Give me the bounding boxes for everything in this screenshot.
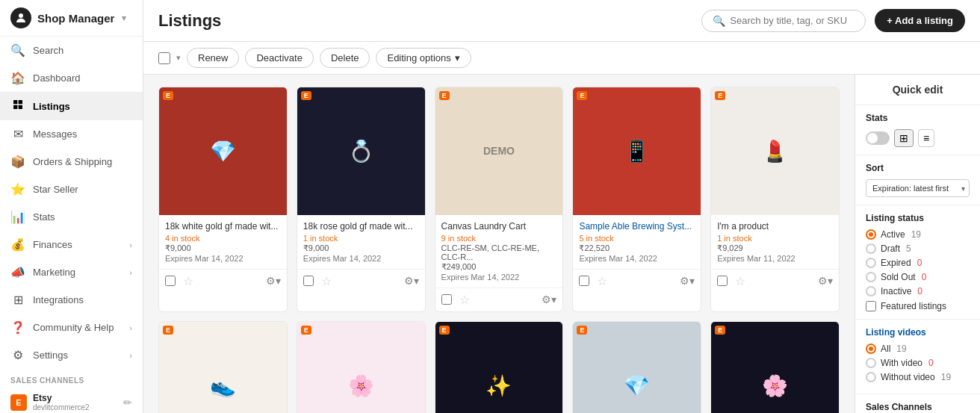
- etsy-text: Etsy devlitcommerce2: [33, 393, 117, 412]
- active-radio: [866, 229, 876, 240]
- listing-favorite-icon[interactable]: ☆: [597, 274, 607, 288]
- list-view-button[interactable]: ≡: [918, 129, 934, 147]
- listing-checkbox[interactable]: [303, 276, 314, 286]
- listing-expiry: Expires Mar 14, 2022: [165, 254, 281, 263]
- listing-badge: E: [301, 326, 311, 335]
- sort-select[interactable]: Expiration: latest first Expiration: old…: [866, 179, 970, 197]
- status-sold-out[interactable]: Sold Out 0: [866, 272, 970, 282]
- listing-card[interactable]: E 📱 Sample Able Brewing Syst... 5 in sto…: [572, 87, 701, 312]
- listing-checkbox[interactable]: [717, 276, 728, 286]
- svg-rect-2: [19, 100, 22, 104]
- video-without-label: Without video: [881, 372, 935, 382]
- sidebar-item-label: Listings: [33, 101, 70, 112]
- stats-toggle[interactable]: [866, 131, 890, 145]
- listing-actions: ☆ ⚙▾: [297, 269, 425, 293]
- listing-gear-icon[interactable]: ⚙▾: [542, 294, 556, 305]
- listing-card[interactable]: E 🌸 14k yellow gold gf crystal ... 12 in…: [297, 321, 426, 413]
- listing-price: ₹9,029: [717, 243, 833, 253]
- listing-checkbox[interactable]: [441, 294, 452, 305]
- listing-favorite-icon[interactable]: ☆: [735, 274, 745, 288]
- listing-card[interactable]: E 👟 I'm a book 2 in stock ₹18,085 Expire…: [158, 321, 288, 413]
- sales-channel-etsy[interactable]: E Etsy devlitcommerce2 ✏: [0, 388, 143, 413]
- listing-image: E 👟: [159, 322, 287, 413]
- listing-gear-icon[interactable]: ⚙▾: [404, 275, 419, 287]
- listing-image: E 💎: [159, 87, 287, 215]
- listing-stock: 1 in stock: [717, 234, 833, 243]
- listings-grid: E 💎 18k white gold gf made wit... 4 in s…: [158, 87, 840, 413]
- marketing-arrow: ›: [129, 268, 132, 277]
- sidebar-item-finances[interactable]: 💰 Finances ›: [0, 231, 143, 258]
- sidebar-item-community[interactable]: ❓ Community & Help ›: [0, 314, 143, 341]
- active-label: Active: [881, 229, 905, 240]
- etsy-edit-icon[interactable]: ✏: [123, 397, 132, 409]
- listing-badge: E: [577, 326, 587, 335]
- sidebar-item-settings[interactable]: ⚙ Settings ›: [0, 341, 143, 369]
- search-bar[interactable]: 🔍: [701, 10, 866, 32]
- draft-count: 5: [906, 243, 911, 254]
- sidebar-item-star-seller[interactable]: ⭐ Star Seller: [0, 176, 143, 203]
- sidebar-item-messages[interactable]: ✉ Messages: [0, 120, 143, 148]
- finances-arrow: ›: [129, 240, 132, 249]
- featured-listings-checkbox[interactable]: [866, 301, 876, 311]
- draft-radio: [866, 243, 876, 254]
- listing-favorite-icon[interactable]: ☆: [459, 293, 470, 307]
- listing-checkbox[interactable]: [579, 276, 589, 286]
- status-inactive[interactable]: Inactive 0: [866, 286, 970, 296]
- listing-badge: E: [577, 91, 587, 100]
- dropdown-arrow[interactable]: ▾: [176, 53, 181, 63]
- toolbar: ▾ Renew Deactivate Delete Editing option…: [143, 42, 980, 75]
- status-draft[interactable]: Draft 5: [866, 243, 970, 254]
- sidebar-item-marketing[interactable]: 📣 Marketing ›: [0, 258, 143, 286]
- listing-gear-icon[interactable]: ⚙▾: [266, 275, 281, 287]
- select-all-checkbox[interactable]: [158, 52, 170, 64]
- listing-favorite-icon[interactable]: ☆: [321, 274, 332, 288]
- quick-edit-button[interactable]: Quick edit: [855, 75, 980, 105]
- active-count: 19: [911, 229, 921, 240]
- listing-badge: E: [715, 91, 725, 100]
- listing-gear-icon[interactable]: ⚙▾: [680, 275, 695, 287]
- listing-link[interactable]: Sample Able Brewing Syst...: [579, 221, 692, 232]
- sidebar-item-search[interactable]: 🔍 Search: [0, 37, 143, 64]
- editing-options-button[interactable]: Editing options ▾: [376, 48, 471, 68]
- editing-options-label: Editing options: [387, 52, 450, 63]
- listing-card[interactable]: E 💎 18k white gold gf made wit... 4 in s…: [158, 87, 288, 312]
- status-expired[interactable]: Expired 0: [866, 258, 970, 268]
- listing-card[interactable]: E 💄 I'm a product 1 in stock ₹9,029 Expi…: [710, 87, 840, 312]
- listing-image: E 📱: [573, 87, 701, 215]
- listing-card[interactable]: E 🌸 18K White Gold Made With... 14 in st…: [710, 321, 840, 413]
- sidebar-item-stats[interactable]: 📊 Stats: [0, 203, 143, 231]
- delete-button[interactable]: Delete: [320, 48, 370, 68]
- sidebar-item-listings[interactable]: Listings: [0, 92, 143, 120]
- listing-card[interactable]: E DEMO Canvas Laundry Cart 9 in stock CL…: [435, 87, 564, 312]
- shop-manager-header[interactable]: Shop Manager ▾: [0, 0, 143, 37]
- listing-checkbox[interactable]: [165, 276, 176, 286]
- video-without[interactable]: Without video 19: [866, 372, 970, 382]
- listing-card[interactable]: E 💎 18K Yellow Gold GP made ... 1 in sto…: [572, 321, 701, 413]
- listings-grid-container: E 💎 18k white gold gf made wit... 4 in s…: [143, 75, 855, 413]
- settings-icon: ⚙: [10, 348, 25, 362]
- sidebar-item-dashboard[interactable]: 🏠 Dashboard: [0, 64, 143, 92]
- listing-card[interactable]: E 💍 18k rose gold gf made wit... 1 in st…: [297, 87, 426, 312]
- renew-button[interactable]: Renew: [187, 48, 239, 68]
- listing-info: Canvas Laundry Cart 9 in stock CLC-RE-SM…: [435, 215, 563, 288]
- video-with-count: 0: [928, 358, 934, 368]
- deactivate-button[interactable]: Deactivate: [245, 48, 313, 68]
- sidebar-item-integrations[interactable]: ⊞ Integrations: [0, 286, 143, 314]
- status-active[interactable]: Active 19: [866, 229, 970, 240]
- listing-gear-icon[interactable]: ⚙▾: [818, 275, 833, 287]
- listing-info: I'm a product 1 in stock ₹9,029 Expires …: [711, 215, 839, 269]
- listing-videos-link[interactable]: Listing videos: [866, 327, 970, 338]
- search-input[interactable]: [730, 15, 855, 26]
- add-listing-button[interactable]: + Add a listing: [875, 9, 965, 32]
- listing-image: E 💍: [297, 87, 425, 215]
- grid-view-button[interactable]: ⊞: [894, 129, 914, 147]
- listing-card[interactable]: E ✨ 18K White Gold Gp Made ... 12 in sto…: [435, 321, 564, 413]
- video-with[interactable]: With video 0: [866, 358, 970, 368]
- sort-title: Sort: [866, 163, 970, 173]
- listing-expiry: Expires Mar 11, 2022: [717, 254, 833, 263]
- video-all[interactable]: All 19: [866, 344, 970, 354]
- sidebar-item-orders[interactable]: 📦 Orders & Shipping: [0, 148, 143, 176]
- listing-favorite-icon[interactable]: ☆: [183, 274, 193, 288]
- listing-price: ₹249,000: [441, 262, 557, 272]
- star-seller-icon: ⭐: [10, 182, 25, 196]
